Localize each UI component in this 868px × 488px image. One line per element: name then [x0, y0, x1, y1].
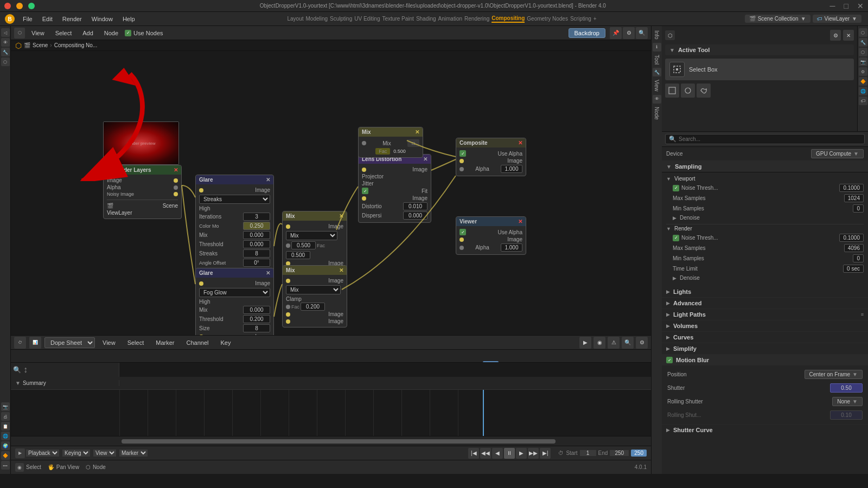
composite-node[interactable]: Composite ✕ ✓ Use Alpha Image Alpha — [456, 138, 526, 176]
tool-strip-3[interactable]: ⬡ — [859, 48, 867, 56]
close-icon[interactable]: ✕ — [857, 2, 864, 10]
render-layers-node[interactable]: ▶ Render Layers ✕ Image Alpha Noisy Imag… — [103, 165, 182, 219]
composite-alpha-val[interactable] — [501, 165, 522, 173]
glare1-angle-offset[interactable] — [243, 259, 270, 267]
view-layer-icon[interactable]: 📋 — [1, 422, 10, 431]
viewer-image-in[interactable] — [459, 237, 464, 242]
mix2-in2[interactable] — [286, 312, 290, 317]
particles-icon[interactable]: ••• — [1, 461, 10, 470]
mix1-type[interactable]: Mix — [286, 231, 337, 240]
tl-icon5[interactable]: ⚙ — [636, 337, 648, 349]
playback-icon[interactable]: ▶ — [15, 448, 25, 458]
position-selector[interactable]: Center on Frame ▼ — [805, 370, 863, 379]
playback-menu[interactable]: Playback — [26, 450, 59, 457]
zoom-in-icon[interactable]: 🔍 — [636, 27, 648, 39]
use-nodes-checkbox[interactable]: ✓ — [125, 30, 131, 36]
mix2-fac[interactable] — [301, 303, 325, 311]
glare2-close[interactable]: ✕ — [266, 270, 270, 276]
curves-section-header[interactable]: ▶ Curves — [662, 332, 868, 343]
world-icon[interactable]: 🌍 — [1, 441, 10, 450]
viewport-subsection-header[interactable]: ▼ Viewport — [666, 175, 864, 183]
min-samples-val[interactable]: 0 — [853, 204, 864, 213]
menu-help[interactable]: Help — [118, 15, 139, 23]
view-layer-selector[interactable]: 🏷 ViewLayer ▼ — [813, 15, 861, 23]
jump-start-btn[interactable]: |◀ — [468, 448, 479, 459]
lens-distortion-node[interactable]: Lens Distortion ✕ Image Projector Jitter… — [358, 154, 431, 223]
glare2-node[interactable]: Glare ✕ Image Fog Glow High Mix T — [195, 268, 274, 335]
tool-strip-1[interactable]: ⬡ — [859, 28, 867, 37]
glare2-threshold[interactable] — [243, 315, 270, 323]
viewer-alpha-val[interactable] — [501, 243, 522, 252]
tool-strip-5[interactable]: ⚙ — [859, 67, 867, 76]
simplify-section-header[interactable]: ▶ Simplify — [662, 343, 868, 355]
keying-menu[interactable]: Keying — [62, 450, 90, 457]
mix1-fac[interactable] — [291, 241, 316, 249]
viewer-use-alpha[interactable]: ✓ — [459, 229, 466, 235]
sidebar-toggle[interactable]: ◁ — [1, 28, 10, 37]
active-tool-header[interactable]: ▼ Active Tool — [665, 44, 854, 55]
view-toggle[interactable]: 👁 — [653, 95, 661, 104]
tl-icon1[interactable]: ▶ — [579, 337, 591, 349]
glare1-mix[interactable] — [243, 231, 270, 239]
lens-close[interactable]: ✕ — [423, 156, 427, 162]
advanced-section-header[interactable]: ▶ Advanced — [662, 298, 868, 309]
render-noise-val[interactable]: 0.1000 — [839, 234, 864, 242]
tool-icon[interactable]: 🔧 — [1, 48, 10, 56]
noise-thresh-val[interactable]: 0.1000 — [839, 184, 864, 192]
restore-icon[interactable]: □ — [844, 2, 848, 10]
timeline-body[interactable]: 🔍 ↕ ▼ Summary — [11, 363, 651, 436]
node-editor-icon[interactable]: ⬡ — [14, 28, 25, 38]
composite-use-alpha[interactable]: ✓ — [459, 150, 466, 157]
tl-marker-menu[interactable]: Marker — [151, 338, 178, 347]
mix2-type[interactable]: Mix — [286, 285, 341, 294]
close-button[interactable] — [4, 3, 11, 9]
scene-selector[interactable]: 🎬 Scene Collection ▼ — [745, 15, 810, 23]
backdrop-button[interactable]: Backdrop — [569, 28, 605, 38]
time-limit-val[interactable]: 0 sec — [843, 265, 864, 273]
image-socket[interactable] — [174, 178, 178, 183]
render-noise-check[interactable]: ✓ — [673, 235, 679, 241]
view-menu[interactable]: View — [93, 450, 116, 457]
viewer-close[interactable]: ✕ — [518, 219, 522, 224]
lens-dispersion-val[interactable] — [403, 211, 427, 220]
menu-render[interactable]: Render — [58, 15, 86, 23]
node-node-menu[interactable]: Node — [100, 29, 123, 37]
node-add-menu[interactable]: Add — [78, 29, 98, 37]
mix1-fac2[interactable] — [286, 251, 310, 259]
maximize-button[interactable] — [28, 3, 35, 9]
end-frame[interactable] — [610, 450, 629, 456]
noise-thresh-check[interactable]: ✓ — [673, 185, 679, 191]
play-btn[interactable]: ▶ — [516, 448, 527, 459]
mix2-node[interactable]: Mix ✕ Image Mix Clamp Fac — [282, 265, 347, 328]
view-icon[interactable]: 👁 — [1, 38, 10, 47]
node-icon[interactable]: ⬡ — [1, 57, 10, 66]
lights-section-header[interactable]: ▶ Lights — [662, 286, 868, 298]
mix2-out[interactable] — [286, 319, 290, 324]
tool-panel-close[interactable]: ✕ — [843, 30, 854, 41]
tl-icon3[interactable]: ⚠ — [608, 337, 620, 349]
device-selector[interactable]: GPU Compute ▼ — [811, 149, 864, 158]
volumes-section-header[interactable]: ▶ Volumes — [662, 320, 868, 332]
mix-top-close[interactable]: ✕ — [415, 129, 419, 135]
play-stop-btn[interactable]: ⏸ — [504, 448, 515, 459]
glare1-in-socket[interactable] — [199, 188, 203, 192]
tool-icon-1[interactable] — [665, 84, 679, 98]
composite-alpha-in[interactable] — [459, 167, 464, 171]
tool-strip-8[interactable]: 🏷 — [859, 97, 867, 105]
glare2-size[interactable] — [243, 324, 270, 332]
mix1-node[interactable]: Mix ✕ Image Mix Fac — [282, 211, 347, 269]
render-subsection-header[interactable]: ▼ Render — [666, 224, 864, 233]
prev-frame-btn[interactable]: ◀◀ — [480, 448, 491, 459]
render-layers-close[interactable]: ✕ — [174, 167, 178, 173]
lens-image-in[interactable] — [362, 196, 366, 201]
tl-key-menu[interactable]: Key — [216, 338, 235, 347]
motion-blur-checkbox[interactable]: ✓ — [666, 357, 673, 363]
rolling-shutter-selector[interactable]: None ▼ — [832, 397, 863, 406]
glare2-in-socket[interactable] — [199, 281, 203, 286]
node-canvas[interactable]: render preview ▶ Render Layers ✕ Image A… — [11, 51, 651, 335]
sampling-header[interactable]: ▼ Sampling — [662, 161, 868, 172]
prev-key-btn[interactable]: ◀ — [492, 448, 503, 459]
shutter-val[interactable]: 0.50 — [830, 383, 863, 393]
tool-strip-2[interactable]: 🔧 — [859, 38, 867, 47]
alpha-socket[interactable] — [174, 185, 178, 190]
